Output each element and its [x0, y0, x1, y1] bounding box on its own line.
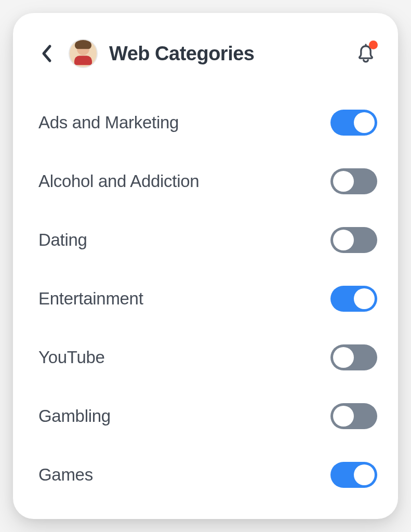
category-label: YouTube	[38, 348, 105, 367]
chevron-left-icon	[41, 44, 53, 63]
category-label: Games	[38, 465, 93, 485]
header: Web Categories	[36, 39, 377, 68]
category-toggle-ads-and-marketing[interactable]	[330, 110, 377, 136]
settings-card: Web Categories Ads and Marketing Alcohol…	[13, 13, 398, 519]
notification-badge	[369, 41, 378, 49]
category-row: Gambling	[38, 387, 377, 445]
category-label: Dating	[38, 230, 87, 250]
avatar-image	[74, 43, 92, 65]
category-toggle-dating[interactable]	[330, 227, 377, 253]
category-row: YouTube	[38, 328, 377, 387]
notifications-button[interactable]	[354, 42, 377, 65]
page-title: Web Categories	[109, 43, 254, 65]
category-toggle-entertainment[interactable]	[330, 286, 377, 312]
category-label: Gambling	[38, 406, 111, 426]
category-row: Games	[38, 445, 377, 504]
category-toggle-gambling[interactable]	[330, 403, 377, 429]
category-label: Alcohol and Addiction	[38, 171, 199, 191]
category-row: Ads and Marketing	[38, 93, 377, 152]
profile-avatar[interactable]	[69, 39, 98, 68]
category-toggle-alcohol-and-addiction[interactable]	[330, 168, 377, 194]
category-label: Ads and Marketing	[38, 113, 179, 132]
category-list: Ads and Marketing Alcohol and Addiction …	[36, 93, 377, 504]
category-row: Dating	[38, 210, 377, 269]
back-button[interactable]	[36, 43, 57, 64]
category-row: Entertainment	[38, 269, 377, 328]
category-row: Alcohol and Addiction	[38, 152, 377, 210]
category-toggle-games[interactable]	[330, 462, 377, 488]
category-toggle-youtube[interactable]	[330, 344, 377, 370]
category-label: Entertainment	[38, 289, 143, 309]
